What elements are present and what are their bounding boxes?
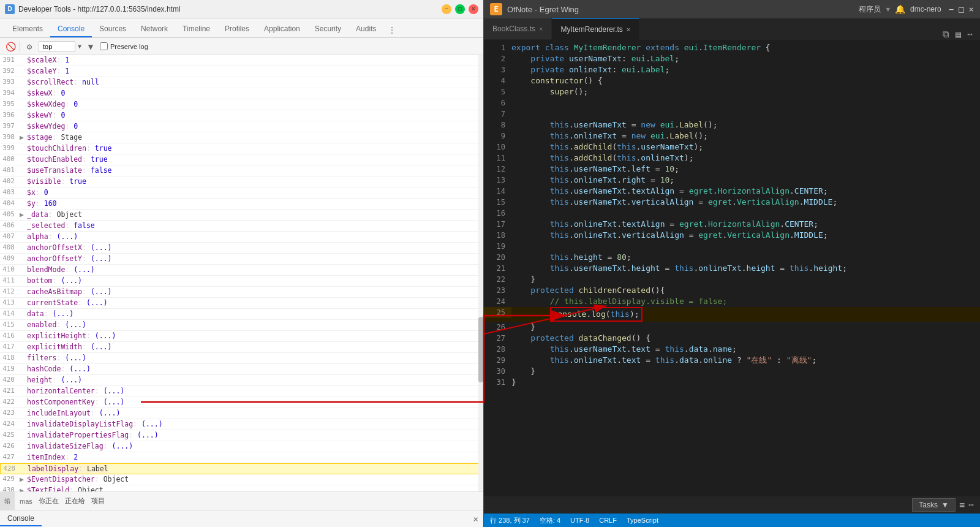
tab-profiles[interactable]: Profiles bbox=[217, 21, 257, 37]
devtools-titlebar: D Developer Tools - http://127.0.0.1:563… bbox=[0, 0, 483, 18]
minimize-button[interactable]: − bbox=[442, 4, 451, 14]
code-line-22: 22 } bbox=[484, 274, 980, 285]
preserve-log-checkbox[interactable] bbox=[100, 42, 108, 50]
console-line-422: 422 hostComponentKey: (...) bbox=[0, 397, 483, 408]
console-toolbar: 🚫 ⚙ ▼ ▼ Preserve log bbox=[0, 38, 483, 55]
more-tabs-icon[interactable]: ⋯ bbox=[967, 29, 973, 40]
tasks-more-icon[interactable]: ⋯ bbox=[968, 499, 974, 510]
console-line-407: 407 alpha: (...) bbox=[0, 232, 483, 243]
code-line-29: 29 this.onlineTxt.text = this.data.onlin… bbox=[484, 355, 980, 366]
bottom-text-1: mas bbox=[20, 498, 32, 505]
preserve-log-option: Preserve log bbox=[100, 42, 148, 50]
console-line-403: 403 $x: 0 bbox=[0, 188, 483, 199]
code-line-19: 19 bbox=[484, 241, 980, 252]
code-line-10: 10 this.addChild(this.userNameTxt); bbox=[484, 142, 980, 153]
console-line-399: 399 $touchChildren: true bbox=[0, 143, 483, 154]
console-line-421: 421 horizontalCenter: (...) bbox=[0, 386, 483, 397]
clear-console-icon[interactable]: 🚫 bbox=[5, 41, 16, 52]
console-line-393: 393 $scrollRect: null bbox=[0, 77, 483, 88]
split-editor-icon[interactable]: ⧉ bbox=[943, 29, 949, 40]
code-line-21: 21 this.userNameTxt.height = this.online… bbox=[484, 263, 980, 274]
code-line-3: 3 private onlineTxt: eui.Label; bbox=[484, 64, 980, 75]
filter-toggle-icon[interactable]: ▼ bbox=[85, 41, 96, 52]
preserve-log-label: Preserve log bbox=[110, 43, 148, 50]
tab-application[interactable]: Application bbox=[257, 21, 307, 37]
console-line-402: 402 $visible: true bbox=[0, 176, 483, 188]
tab-audits[interactable]: Audits bbox=[349, 21, 383, 37]
tab-sources[interactable]: Sources bbox=[92, 21, 134, 37]
tab-bookclass[interactable]: BookClass.ts × bbox=[484, 18, 552, 40]
filter-dropdown[interactable]: ▼ bbox=[78, 43, 81, 50]
toolbar-separator bbox=[20, 42, 20, 51]
filter-input[interactable] bbox=[39, 41, 75, 52]
tab-myitemrenderer-close[interactable]: × bbox=[627, 26, 630, 33]
code-line-28: 28 this.userNameTxt.text = this.data.nam… bbox=[484, 344, 980, 355]
status-line-ending: CRLF bbox=[599, 517, 617, 524]
tab-bookclass-close[interactable]: × bbox=[539, 25, 543, 32]
close-button[interactable]: × bbox=[469, 4, 478, 14]
devtools-icon: D bbox=[5, 4, 15, 14]
console-line-396: 396 $skewY: 0 bbox=[0, 110, 483, 121]
status-line-col: 行 238, 列 37 bbox=[490, 516, 530, 525]
console-lines: 391 $scaleX: 1 392 $scaleY: 1 393 bbox=[0, 55, 483, 491]
tasks-layout-icon[interactable]: ≡ bbox=[959, 499, 965, 510]
user-account: dmc-nero bbox=[910, 5, 941, 13]
code-line-12: 12 this.userNameTxt.left = 10; bbox=[484, 164, 980, 175]
console-bottom-tab[interactable]: Console bbox=[0, 512, 42, 526]
layout-icon[interactable]: ▤ bbox=[956, 29, 961, 40]
tab-bookclass-label: BookClass.ts bbox=[492, 25, 535, 33]
editor-minimize-btn[interactable]: − bbox=[949, 4, 954, 14]
tab-console[interactable]: Console bbox=[50, 21, 92, 37]
user-dropdown[interactable]: ▼ bbox=[886, 6, 890, 13]
devtools-nav-tabs: Elements Console Sources Network Timelin… bbox=[0, 18, 483, 38]
console-line-427: 427 itemIndex: 2 bbox=[0, 452, 483, 463]
side-labels: 输 bbox=[0, 492, 15, 510]
console-line-391: 391 $scaleX: 1 bbox=[0, 55, 483, 66]
scrollbar-thumb[interactable] bbox=[478, 317, 483, 382]
editor-close-btn[interactable]: × bbox=[969, 4, 974, 14]
console-line-411: 411 bottom: (...) bbox=[0, 276, 483, 287]
code-line-31: 31 } bbox=[484, 377, 980, 388]
tab-network[interactable]: Network bbox=[134, 21, 175, 37]
tab-myitemrenderer[interactable]: MyItemRenderer.ts × bbox=[552, 18, 639, 40]
code-line-6: 6 bbox=[484, 97, 980, 108]
editor-maximize-btn[interactable]: □ bbox=[959, 4, 963, 14]
console-line-420: 420 height: (...) bbox=[0, 375, 483, 386]
editor-tab-toolbar: ⧉ ▤ ⋯ bbox=[935, 29, 980, 40]
code-editor[interactable]: 1 export class MyItemRenderer extends eu… bbox=[484, 40, 980, 496]
code-line-1: 1 export class MyItemRenderer extends eu… bbox=[484, 42, 980, 53]
code-line-14: 14 this.userNameTxt.textAlign = egret.Ho… bbox=[484, 186, 980, 197]
console-scroll[interactable]: 391 $scaleX: 1 392 $scaleY: 1 393 bbox=[0, 55, 483, 491]
bottom-text-3: 正在给 bbox=[65, 496, 85, 506]
devtools-title: Developer Tools - http://127.0.0.1:5635/… bbox=[18, 5, 442, 13]
code-line-18: 18 this.onlineTxt.verticalAlign = egret.… bbox=[484, 230, 980, 241]
tasks-dropdown[interactable]: Tasks ▼ bbox=[912, 498, 956, 512]
code-line-26: 26 } bbox=[484, 322, 980, 333]
status-encoding: UTF-8 bbox=[570, 517, 589, 524]
console-line-417: 417 explicitWidth: (...) bbox=[0, 342, 483, 353]
tab-security[interactable]: Security bbox=[307, 21, 349, 37]
code-line-25: 25 console.log(this); bbox=[484, 307, 980, 322]
maximize-button[interactable]: □ bbox=[455, 4, 465, 14]
tab-elements[interactable]: Elements bbox=[5, 21, 50, 37]
side-label-output: 输 bbox=[4, 497, 10, 506]
tab-myitemrenderer-label: MyItemRenderer.ts bbox=[560, 25, 622, 34]
bell-icon[interactable]: 🔔 bbox=[895, 4, 905, 14]
console-close-button[interactable]: × bbox=[469, 512, 483, 526]
filter-icon[interactable]: ⚙ bbox=[24, 41, 35, 52]
nav-more-button[interactable]: ⋮ bbox=[383, 23, 401, 37]
tasks-dropdown-arrow: ▼ bbox=[941, 501, 949, 509]
egret-wing-panel: E OfNote - Egret Wing 程序员 ▼ 🔔 dmc-nero −… bbox=[484, 0, 980, 527]
console-line-414: 414 data: (...) bbox=[0, 309, 483, 320]
console-line-412: 412 cacheAsBitmap: (...) bbox=[0, 287, 483, 298]
editor-tabs-bar: BookClass.ts × MyItemRenderer.ts × ⧉ ▤ ⋯ bbox=[484, 18, 980, 40]
console-line-428[interactable]: 428 labelDisplay: Label bbox=[0, 463, 483, 474]
console-line-397: 397 $skewYdeg: 0 bbox=[0, 121, 483, 132]
console-content: 391 $scaleX: 1 392 $scaleY: 1 393 bbox=[0, 55, 483, 491]
filter-area: ▼ bbox=[39, 41, 81, 52]
line-number-391: 391 bbox=[0, 56, 20, 64]
tab-timeline[interactable]: Timeline bbox=[175, 21, 217, 37]
egret-logo: E bbox=[490, 3, 502, 15]
scrollbar-track[interactable] bbox=[478, 55, 483, 491]
code-line-7: 7 bbox=[484, 108, 980, 119]
